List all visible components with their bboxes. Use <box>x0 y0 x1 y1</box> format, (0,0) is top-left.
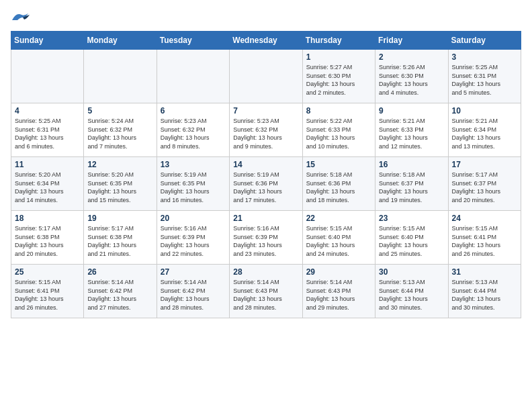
day-info: Sunrise: 5:26 AM Sunset: 6:30 PM Dayligh… <box>379 63 444 97</box>
day-info: Sunrise: 5:14 AM Sunset: 6:42 PM Dayligh… <box>87 278 152 312</box>
calendar-cell: 1Sunrise: 5:27 AM Sunset: 6:30 PM Daylig… <box>302 50 375 103</box>
weekday-header-wednesday: Wednesday <box>230 32 302 50</box>
day-number: 27 <box>161 267 226 277</box>
day-number: 15 <box>306 160 371 169</box>
week-row-1: 1Sunrise: 5:27 AM Sunset: 6:30 PM Daylig… <box>11 50 521 103</box>
day-number: 14 <box>233 160 298 169</box>
day-number: 4 <box>15 106 80 116</box>
day-info: Sunrise: 5:18 AM Sunset: 6:36 PM Dayligh… <box>306 171 371 204</box>
week-row-4: 18Sunrise: 5:17 AM Sunset: 6:38 PM Dayli… <box>11 211 521 265</box>
day-number: 3 <box>452 52 517 62</box>
day-number: 26 <box>87 267 152 277</box>
calendar-cell: 17Sunrise: 5:17 AM Sunset: 6:37 PM Dayli… <box>448 157 521 211</box>
day-number: 20 <box>161 214 226 223</box>
day-info: Sunrise: 5:13 AM Sunset: 6:44 PM Dayligh… <box>379 278 444 312</box>
calendar-cell: 13Sunrise: 5:19 AM Sunset: 6:35 PM Dayli… <box>157 157 229 211</box>
week-row-5: 25Sunrise: 5:15 AM Sunset: 6:41 PM Dayli… <box>11 265 521 318</box>
calendar-cell: 20Sunrise: 5:16 AM Sunset: 6:39 PM Dayli… <box>157 211 229 265</box>
day-info: Sunrise: 5:14 AM Sunset: 6:43 PM Dayligh… <box>306 278 371 312</box>
day-number: 2 <box>379 52 444 62</box>
day-number: 8 <box>306 106 371 116</box>
calendar-cell <box>84 50 157 103</box>
calendar-cell <box>11 50 84 103</box>
day-number: 11 <box>15 160 80 169</box>
day-number: 9 <box>379 106 444 116</box>
calendar-cell: 25Sunrise: 5:15 AM Sunset: 6:41 PM Dayli… <box>11 265 84 318</box>
day-number: 28 <box>233 267 298 277</box>
weekday-header-saturday: Saturday <box>448 32 521 50</box>
calendar-cell: 9Sunrise: 5:21 AM Sunset: 6:33 PM Daylig… <box>375 103 448 157</box>
week-row-2: 4Sunrise: 5:25 AM Sunset: 6:31 PM Daylig… <box>11 103 521 157</box>
calendar-cell: 21Sunrise: 5:16 AM Sunset: 6:39 PM Dayli… <box>230 211 302 265</box>
day-number: 24 <box>452 214 517 223</box>
day-number: 12 <box>87 160 152 169</box>
day-info: Sunrise: 5:14 AM Sunset: 6:43 PM Dayligh… <box>233 278 298 312</box>
calendar-cell: 28Sunrise: 5:14 AM Sunset: 6:43 PM Dayli… <box>230 265 302 318</box>
day-info: Sunrise: 5:15 AM Sunset: 6:40 PM Dayligh… <box>379 224 444 258</box>
day-info: Sunrise: 5:27 AM Sunset: 6:30 PM Dayligh… <box>306 63 371 97</box>
calendar-cell: 14Sunrise: 5:19 AM Sunset: 6:36 PM Dayli… <box>230 157 302 211</box>
calendar-cell: 31Sunrise: 5:13 AM Sunset: 6:44 PM Dayli… <box>448 265 521 318</box>
day-info: Sunrise: 5:21 AM Sunset: 6:33 PM Dayligh… <box>379 117 444 150</box>
day-number: 23 <box>379 214 444 223</box>
day-info: Sunrise: 5:13 AM Sunset: 6:44 PM Dayligh… <box>452 278 517 312</box>
calendar-cell: 22Sunrise: 5:15 AM Sunset: 6:40 PM Dayli… <box>302 211 375 265</box>
day-number: 30 <box>379 267 444 277</box>
calendar-cell: 11Sunrise: 5:20 AM Sunset: 6:34 PM Dayli… <box>11 157 84 211</box>
day-number: 22 <box>306 214 371 223</box>
calendar-cell: 12Sunrise: 5:20 AM Sunset: 6:35 PM Dayli… <box>84 157 157 211</box>
day-number: 31 <box>452 267 517 277</box>
logo <box>11 11 32 23</box>
day-number: 6 <box>161 106 226 116</box>
day-info: Sunrise: 5:17 AM Sunset: 6:38 PM Dayligh… <box>15 224 80 258</box>
day-info: Sunrise: 5:17 AM Sunset: 6:38 PM Dayligh… <box>87 224 152 258</box>
day-number: 13 <box>161 160 226 169</box>
header <box>11 11 521 23</box>
day-number: 1 <box>306 52 371 62</box>
day-number: 29 <box>306 267 371 277</box>
calendar-cell: 29Sunrise: 5:14 AM Sunset: 6:43 PM Dayli… <box>302 265 375 318</box>
calendar-cell: 7Sunrise: 5:23 AM Sunset: 6:32 PM Daylig… <box>230 103 302 157</box>
day-number: 18 <box>15 214 80 223</box>
calendar-cell: 15Sunrise: 5:18 AM Sunset: 6:36 PM Dayli… <box>302 157 375 211</box>
day-info: Sunrise: 5:25 AM Sunset: 6:31 PM Dayligh… <box>15 117 80 150</box>
calendar-cell: 4Sunrise: 5:25 AM Sunset: 6:31 PM Daylig… <box>11 103 84 157</box>
week-row-3: 11Sunrise: 5:20 AM Sunset: 6:34 PM Dayli… <box>11 157 521 211</box>
weekday-header-sunday: Sunday <box>11 32 84 50</box>
weekday-header-monday: Monday <box>84 32 157 50</box>
calendar-cell: 3Sunrise: 5:25 AM Sunset: 6:31 PM Daylig… <box>448 50 521 103</box>
calendar-cell: 6Sunrise: 5:23 AM Sunset: 6:32 PM Daylig… <box>157 103 229 157</box>
day-info: Sunrise: 5:19 AM Sunset: 6:36 PM Dayligh… <box>233 171 298 204</box>
calendar-cell: 23Sunrise: 5:15 AM Sunset: 6:40 PM Dayli… <box>375 211 448 265</box>
weekday-header-row: SundayMondayTuesdayWednesdayThursdayFrid… <box>11 32 521 50</box>
calendar-cell: 8Sunrise: 5:22 AM Sunset: 6:33 PM Daylig… <box>302 103 375 157</box>
day-number: 19 <box>87 214 152 223</box>
calendar-cell: 2Sunrise: 5:26 AM Sunset: 6:30 PM Daylig… <box>375 50 448 103</box>
day-info: Sunrise: 5:24 AM Sunset: 6:32 PM Dayligh… <box>87 117 152 150</box>
day-number: 17 <box>452 160 517 169</box>
calendar-cell: 27Sunrise: 5:14 AM Sunset: 6:42 PM Dayli… <box>157 265 229 318</box>
day-info: Sunrise: 5:19 AM Sunset: 6:35 PM Dayligh… <box>161 171 226 204</box>
calendar-cell: 16Sunrise: 5:18 AM Sunset: 6:37 PM Dayli… <box>375 157 448 211</box>
day-number: 7 <box>233 106 298 116</box>
day-info: Sunrise: 5:22 AM Sunset: 6:33 PM Dayligh… <box>306 117 371 150</box>
calendar-cell: 10Sunrise: 5:21 AM Sunset: 6:34 PM Dayli… <box>448 103 521 157</box>
day-info: Sunrise: 5:21 AM Sunset: 6:34 PM Dayligh… <box>452 117 517 150</box>
day-info: Sunrise: 5:15 AM Sunset: 6:41 PM Dayligh… <box>452 224 517 258</box>
calendar-cell: 26Sunrise: 5:14 AM Sunset: 6:42 PM Dayli… <box>84 265 157 318</box>
calendar-cell: 19Sunrise: 5:17 AM Sunset: 6:38 PM Dayli… <box>84 211 157 265</box>
day-info: Sunrise: 5:14 AM Sunset: 6:42 PM Dayligh… <box>161 278 226 312</box>
day-info: Sunrise: 5:23 AM Sunset: 6:32 PM Dayligh… <box>233 117 298 150</box>
calendar-cell: 30Sunrise: 5:13 AM Sunset: 6:44 PM Dayli… <box>375 265 448 318</box>
day-info: Sunrise: 5:15 AM Sunset: 6:41 PM Dayligh… <box>15 278 80 312</box>
weekday-header-friday: Friday <box>375 32 448 50</box>
day-info: Sunrise: 5:23 AM Sunset: 6:32 PM Dayligh… <box>161 117 226 150</box>
day-number: 16 <box>379 160 444 169</box>
calendar-table: SundayMondayTuesdayWednesdayThursdayFrid… <box>11 31 521 318</box>
day-info: Sunrise: 5:15 AM Sunset: 6:40 PM Dayligh… <box>306 224 371 258</box>
day-info: Sunrise: 5:17 AM Sunset: 6:37 PM Dayligh… <box>452 171 517 204</box>
day-number: 5 <box>87 106 152 116</box>
day-number: 10 <box>452 106 517 116</box>
calendar-cell: 5Sunrise: 5:24 AM Sunset: 6:32 PM Daylig… <box>84 103 157 157</box>
day-info: Sunrise: 5:16 AM Sunset: 6:39 PM Dayligh… <box>233 224 298 258</box>
